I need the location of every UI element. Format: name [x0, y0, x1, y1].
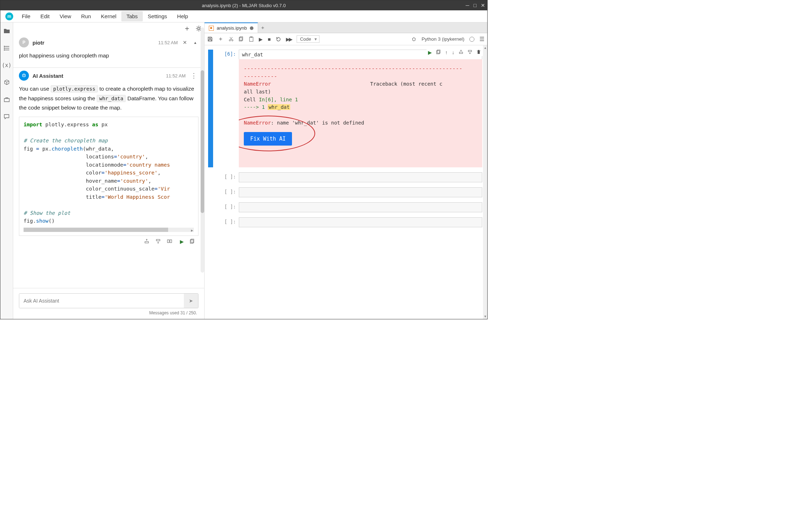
cell-input[interactable] — [239, 172, 482, 182]
notebook-scrollbar[interactable]: ▲ ▼ — [483, 45, 487, 319]
empty-cell[interactable]: [ ]: — [208, 172, 482, 182]
svg-rect-11 — [145, 242, 148, 243]
paste-icon[interactable] — [249, 36, 254, 42]
menu-kernel[interactable]: Kernel — [96, 11, 121, 21]
add-cell-icon[interactable]: ＋ — [218, 35, 223, 43]
copy-icon[interactable] — [239, 36, 244, 42]
svg-rect-24 — [437, 50, 440, 53]
cell-insert-above-icon[interactable] — [459, 50, 463, 55]
dismiss-msg-icon[interactable]: ✕ — [181, 40, 188, 45]
cell-move-up-icon[interactable]: ↑ — [445, 50, 448, 55]
svg-point-9 — [24, 75, 25, 76]
debugger-icon[interactable] — [411, 36, 417, 42]
menu-help[interactable]: Help — [172, 11, 193, 21]
cell-actions: ▶ ↑ ↓ — [427, 49, 482, 56]
notebook-panel: analysis.ipynb ＋ ＋ ▶ ■ ▶▶ Code — [205, 22, 487, 319]
svg-rect-21 — [250, 37, 253, 41]
ai-name: AI Assistant — [32, 73, 63, 79]
menu-run[interactable]: Run — [76, 11, 96, 21]
variables-icon[interactable]: (x) — [3, 62, 10, 69]
svg-rect-25 — [437, 51, 439, 54]
close-window-icon[interactable]: ✕ — [481, 2, 485, 8]
cell-delete-icon[interactable] — [477, 50, 481, 55]
notebook-tab[interactable]: analysis.ipynb — [205, 22, 258, 33]
copy-code-icon[interactable] — [190, 239, 196, 244]
code-toolbar: ▶ — [19, 236, 198, 246]
menu-settings[interactable]: Settings — [143, 11, 172, 21]
chat-message-ai: AI Assistant 11:52 AM ⋮ You can use plot… — [19, 68, 198, 251]
menu-view[interactable]: View — [55, 11, 76, 21]
horizontal-scrollbar[interactable]: ◀▶ — [24, 228, 194, 232]
menu-file[interactable]: File — [17, 11, 35, 21]
activity-bar: (x) — [0, 22, 13, 319]
new-chat-icon[interactable]: ＋ — [183, 24, 191, 33]
replace-icon[interactable] — [167, 239, 173, 244]
stop-icon[interactable]: ■ — [268, 36, 271, 42]
run-icon[interactable]: ▶ — [259, 36, 263, 42]
ai-chat-panel: ＋ P piotr 11:52 AM ✕ ▲ plot happiness us… — [13, 22, 205, 319]
svg-point-3 — [4, 46, 5, 47]
inline-code: whr_data — [97, 95, 126, 102]
user-name: piotr — [32, 40, 44, 46]
notebook-file-icon — [209, 26, 214, 31]
cell-move-down-icon[interactable]: ↓ — [452, 50, 454, 55]
restart-icon[interactable] — [276, 36, 281, 42]
window-titlebar: analysis.ipynb (2) - MLJAR Studio v0.7.0… — [0, 0, 487, 10]
svg-point-8 — [23, 75, 24, 76]
svg-point-6 — [198, 27, 200, 30]
user-msg-text: plot happiness using choropleth map — [19, 51, 198, 60]
ai-msg-time: 11:52 AM — [166, 73, 186, 78]
menu-edit[interactable]: Edit — [35, 11, 55, 21]
kernel-name[interactable]: Python 3 (ipykernel) — [422, 36, 464, 42]
svg-rect-26 — [459, 52, 463, 54]
svg-rect-14 — [170, 240, 172, 243]
inline-code: plotly.express — [51, 85, 98, 92]
cell-error-output: ----------------------------------------… — [239, 59, 482, 167]
insert-above-icon[interactable] — [144, 239, 151, 244]
code-cell-6[interactable]: [6]: whr_dat ▶ ↑ ↓ — [208, 50, 482, 167]
empty-cell[interactable]: [ ]: — [208, 217, 482, 227]
app-logo-icon: m — [5, 12, 13, 20]
chat-message-user: P piotr 11:52 AM ✕ ▲ plot happiness usin… — [19, 35, 198, 65]
cell-input[interactable] — [239, 202, 482, 212]
ai-msg-more-icon[interactable]: ⋮ — [189, 72, 198, 80]
ai-msg-text: You can use plotly.express to create a c… — [19, 84, 198, 112]
cell-insert-below-icon[interactable] — [468, 50, 472, 55]
chat-input-field[interactable] — [19, 294, 184, 308]
chat-input[interactable]: ➤ — [19, 293, 198, 308]
briefcase-icon[interactable] — [3, 96, 10, 103]
cell-type-select[interactable]: Code — [297, 35, 319, 43]
chat-scrollbar[interactable] — [201, 27, 204, 273]
svg-rect-27 — [468, 50, 472, 52]
code-snippet: import plotly.express as px # Create the… — [19, 117, 198, 236]
svg-rect-7 — [22, 74, 25, 77]
maximize-icon[interactable]: □ — [474, 2, 477, 8]
empty-cell[interactable]: [ ]: — [208, 202, 482, 212]
folder-icon[interactable] — [3, 27, 10, 35]
empty-cell[interactable]: [ ]: — [208, 187, 482, 197]
send-icon[interactable]: ➤ — [184, 294, 198, 308]
cut-icon[interactable] — [228, 36, 234, 42]
kernel-status-icon — [469, 37, 474, 42]
scroll-up-icon[interactable]: ▲ — [192, 41, 198, 45]
ai-avatar-icon — [19, 71, 29, 81]
user-msg-time: 11:52 AM — [158, 40, 178, 45]
run-all-icon[interactable]: ▶▶ — [286, 36, 292, 42]
cube-icon[interactable] — [3, 79, 10, 86]
fix-with-ai-button[interactable]: Fix With AI — [244, 132, 292, 146]
save-icon[interactable] — [207, 36, 213, 42]
unsaved-dot-icon — [250, 26, 253, 30]
menu-tabs[interactable]: Tabs — [121, 11, 143, 21]
run-code-icon[interactable]: ▶ — [178, 239, 185, 244]
minimize-icon[interactable]: ─ — [466, 2, 469, 8]
cell-input[interactable] — [239, 217, 482, 227]
chat-icon[interactable] — [3, 113, 10, 120]
cell-duplicate-icon[interactable] — [436, 50, 441, 55]
nb-menu-icon[interactable]: ☰ — [479, 36, 484, 42]
insert-below-icon[interactable] — [156, 239, 162, 244]
list-icon[interactable] — [3, 45, 10, 52]
notebook-tab-label: analysis.ipynb — [217, 25, 247, 31]
cell-run-icon[interactable]: ▶ — [428, 50, 432, 55]
add-tab-icon[interactable]: ＋ — [258, 22, 268, 33]
cell-input[interactable] — [239, 187, 482, 197]
